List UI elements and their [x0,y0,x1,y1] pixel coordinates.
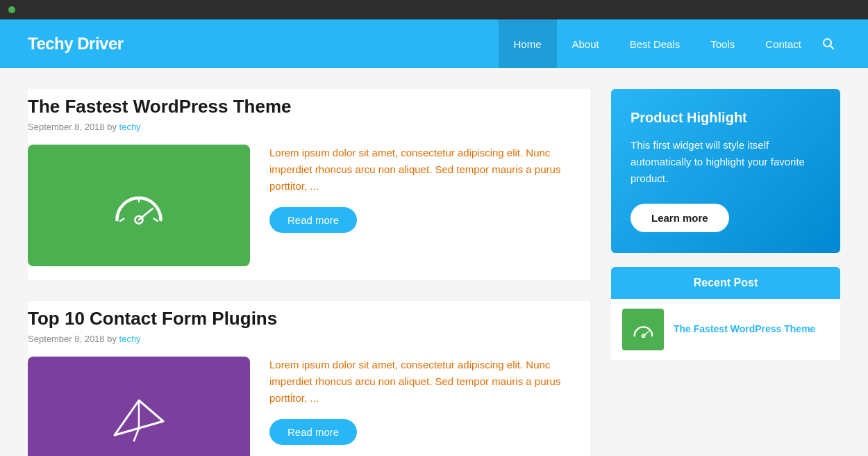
search-icon[interactable] [817,19,840,68]
nav-item-best-deals[interactable]: Best Deals [615,19,696,68]
svg-line-3 [139,209,153,220]
article-1-date: September 8, 2018 [28,122,105,132]
recent-post-widget: Recent Post The Fastest WordPress Theme [611,267,840,361]
article-1-author[interactable]: techy [119,122,141,132]
article-2-date: September 8, 2018 [28,334,105,344]
recent-post-thumb-1 [622,309,664,350]
recent-post-header: Recent Post [611,267,840,299]
article-2: Top 10 Contact Form Plugins September 8,… [28,301,590,456]
article-1-read-more[interactable]: Read more [269,207,357,233]
article-1-title: The Fastest WordPress Theme [28,89,590,117]
article-1-body: Lorem ipsum dolor sit amet, consectetur … [28,145,590,266]
article-1-image [28,145,250,266]
svg-line-4 [120,218,124,221]
article-2-body: Lorem ipsum dolor sit amet, consectetur … [28,357,590,456]
article-1-by: by [107,122,119,132]
article-2-meta: September 8, 2018 by techy [28,334,590,344]
article-2-author[interactable]: techy [119,334,141,344]
article-2-by: by [107,334,119,344]
product-highlight-desc: This first widget will style itself auto… [631,137,821,187]
nav-item-tools[interactable]: Tools [695,19,750,68]
site-logo: Techy Driver [28,34,124,54]
recent-post-item-1: The Fastest WordPress Theme [611,299,840,361]
recent-post-title-1[interactable]: The Fastest WordPress Theme [674,323,815,336]
nav-item-contact[interactable]: Contact [750,19,817,68]
article-1-meta: September 8, 2018 by techy [28,122,590,132]
article-2-title: Top 10 Contact Form Plugins [28,301,590,329]
article-2-image [28,357,250,456]
learn-more-button[interactable]: Learn more [631,204,729,232]
svg-line-1 [831,46,834,49]
article-1-text: Lorem ipsum dolor sit amet, consectetur … [269,145,590,233]
product-highlight-widget: Product Highlight This first widget will… [611,89,840,253]
article-2-text: Lorem ipsum dolor sit amet, consectetur … [269,357,590,445]
main-container: The Fastest WordPress Theme September 8,… [0,68,868,456]
sidebar: Product Highlight This first widget will… [611,89,840,456]
main-nav: Home About Best Deals Tools Contact [499,19,841,68]
nav-item-home[interactable]: Home [499,19,557,68]
product-highlight-title: Product Highlight [631,110,821,126]
status-dot [8,6,15,13]
top-bar [0,0,868,19]
svg-line-12 [643,331,649,336]
article-2-excerpt: Lorem ipsum dolor sit amet, consectetur … [269,357,590,407]
nav-item-about[interactable]: About [557,19,615,68]
svg-line-5 [154,218,158,221]
header: Techy Driver Home About Best Deals Tools… [0,19,868,68]
content-area: The Fastest WordPress Theme September 8,… [28,89,590,456]
article-2-read-more[interactable]: Read more [269,419,357,445]
article-1: The Fastest WordPress Theme September 8,… [28,89,590,280]
article-1-excerpt: Lorem ipsum dolor sit amet, consectetur … [269,145,590,195]
